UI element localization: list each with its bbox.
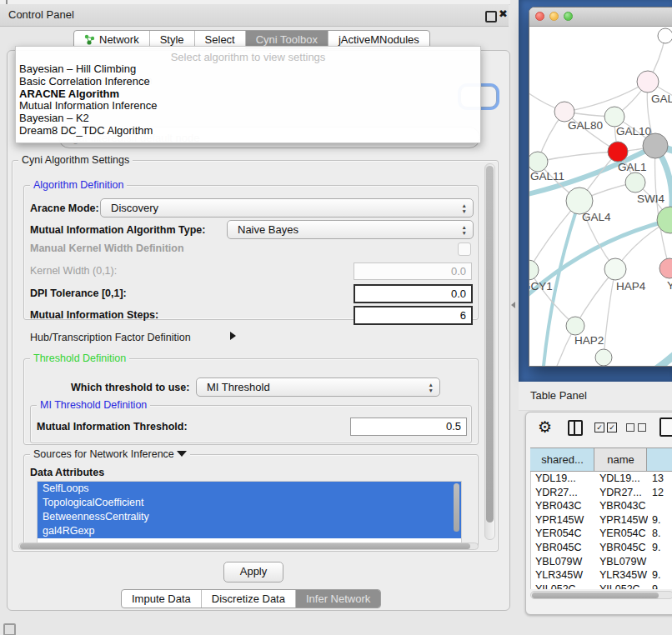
algorithm-option[interactable]: ARACNE Algorithm: [16, 88, 480, 101]
tab-infer-network[interactable]: Infer Network: [296, 590, 380, 608]
attribute-list-item[interactable]: BetweennessCentrality: [38, 510, 461, 524]
attribute-list-item[interactable]: gal4RGexp: [38, 524, 461, 538]
table-cell: 9.: [648, 568, 672, 582]
column-header[interactable]: shared...: [530, 448, 594, 471]
network-node-y[interactable]: [659, 258, 672, 278]
apply-button[interactable]: Apply: [223, 562, 283, 582]
table-row[interactable]: YLR345WYLR345W9.: [531, 568, 672, 582]
table-row[interactable]: YBL079WYBL079W: [531, 555, 672, 569]
mi-threshold-input[interactable]: 0.5: [350, 418, 467, 436]
hub-definition-label[interactable]: Hub/Transcription Factor Definition: [30, 332, 191, 343]
collapse-arrow-icon[interactable]: [177, 451, 187, 457]
algorithm-option[interactable]: Bayesian – K2: [16, 112, 480, 125]
table-row[interactable]: YBR045CYBR045C9.: [531, 541, 672, 555]
column-header[interactable]: name: [594, 448, 647, 471]
unchecked-boxes-icon[interactable]: [626, 423, 646, 432]
table-row[interactable]: YPR145WYPR145W9.: [531, 513, 672, 528]
kernel-width-label: Kernel Width (0,1):: [30, 265, 117, 277]
dock-panel-icon[interactable]: [3, 623, 16, 635]
algorithm-option[interactable]: Dream8 DC_TDC Algorithm: [16, 125, 480, 138]
table-cell: YDL19...: [531, 472, 595, 486]
node-label: SWI4: [637, 192, 664, 205]
algorithm-option[interactable]: Basic Correlation Inference: [16, 76, 480, 88]
table-cell: YLR345W: [595, 568, 648, 582]
aracne-mode-label: Aracne Mode:: [30, 202, 99, 214]
algorithm-popup-placeholder: Select algorithm to view settings: [16, 51, 480, 63]
settings-horizontal-scrollbar-thumb[interactable]: [20, 543, 470, 549]
tab-label: Network: [99, 33, 139, 46]
table-header-row: shared...nameA: [530, 448, 672, 472]
table-panel-titlebar: Table Panel: [519, 382, 672, 411]
algorithm-option[interactable]: Mutual Information Inference: [16, 100, 480, 112]
network-node-gal1[interactable]: [608, 142, 628, 162]
collapse-panel-arrow-icon[interactable]: [511, 302, 515, 308]
network-node-gal10[interactable]: [604, 107, 624, 127]
network-edge[interactable]: [604, 269, 615, 358]
control-panel-title: Control Panel: [8, 8, 74, 21]
network-edge[interactable]: [538, 152, 618, 162]
network-node-bottom-node[interactable]: [595, 349, 612, 366]
network-node-swi4[interactable]: [625, 172, 645, 192]
network-edge[interactable]: [564, 82, 648, 112]
network-node-hap4[interactable]: [604, 258, 626, 280]
tab-discretize-data[interactable]: Discretize Data: [202, 590, 296, 608]
table-cell: 9.: [648, 541, 672, 555]
attribute-list-item[interactable]: SelfLoops: [38, 482, 461, 496]
table-cell: YLR345W: [531, 568, 595, 582]
mi-algorithm-type-combo[interactable]: Naive Bayes ▲▼: [227, 220, 474, 239]
table-row[interactable]: YDR27...YDR27...12: [531, 486, 672, 500]
dpi-tolerance-input[interactable]: 0.0: [354, 284, 473, 303]
page-icon[interactable]: [659, 418, 672, 437]
which-threshold-combo[interactable]: MI Threshold ▲▼: [196, 378, 440, 397]
minimize-window-icon[interactable]: [549, 12, 559, 21]
network-node-gal[interactable]: [637, 71, 659, 92]
network-node-hap2[interactable]: [566, 317, 584, 335]
network-node-edge-node[interactable]: [658, 28, 672, 43]
network-canvas[interactable]: GALGAL80GAL10GAL1GAL11SWI4GAL4GCY1HAP4YH…: [529, 26, 672, 367]
tab-impute-data[interactable]: Impute Data: [122, 590, 202, 608]
kernel-width-input[interactable]: 0.0: [354, 262, 472, 280]
stepper-arrows-icon: ▲▼: [429, 382, 434, 393]
close-panel-button[interactable]: ✖: [499, 8, 508, 20]
table-cell: YBR043C: [531, 499, 595, 513]
expand-arrow-icon[interactable]: [230, 332, 236, 340]
column-header[interactable]: A: [647, 448, 672, 471]
settings-vertical-scrollbar-thumb[interactable]: [486, 166, 494, 522]
network-edge-thick[interactable]: [625, 338, 672, 367]
aracne-mode-combo[interactable]: Discovery ▲▼: [100, 198, 474, 218]
mi-steps-input[interactable]: 6: [354, 306, 473, 325]
node-label: GAL11: [530, 170, 564, 182]
table-row[interactable]: YER054CYER054C8.: [531, 527, 672, 541]
table-horizontal-scrollbar-thumb[interactable]: [532, 592, 659, 598]
data-attributes-list[interactable]: SelfLoopsTopologicalCoefficientBetweenne…: [37, 481, 462, 543]
table-cell: YBL079W: [595, 555, 648, 569]
attribute-list-item[interactable]: TopologicalCoefficient: [38, 496, 461, 510]
network-window[interactable]: GALGAL80GAL10GAL1GAL11SWI4GAL4GCY1HAP4YH…: [529, 7, 672, 367]
checked-boxes-icon[interactable]: ✓✓: [594, 422, 617, 432]
sources-group-title: Sources for Network Inference: [30, 448, 190, 460]
network-node-gcy1[interactable]: [529, 260, 539, 280]
node-label: HAP4: [616, 280, 646, 292]
table-row[interactable]: YDL19...YDL19...13: [531, 472, 672, 486]
close-window-icon[interactable]: [535, 12, 544, 21]
gear-icon[interactable]: ⚙: [538, 419, 552, 435]
tab-label: Select: [205, 33, 235, 46]
table-cell: 9.: [648, 513, 672, 528]
float-panel-button[interactable]: [485, 11, 497, 22]
manual-kernel-checkbox[interactable]: [458, 242, 471, 256]
table-cell: YBL079W: [531, 555, 595, 569]
network-node-green-right[interactable]: [657, 207, 672, 233]
node-label: GAL10: [616, 125, 651, 138]
algorithm-option[interactable]: Bayesian – Hill Climbing: [16, 63, 480, 76]
table-row[interactable]: YIL052CYIL052C9: [531, 582, 672, 589]
network-node-gray-node[interactable]: [643, 133, 668, 158]
columns-icon[interactable]: [568, 420, 583, 436]
tab-label: jActiveMNodules: [339, 33, 419, 46]
attributes-list-scrollbar[interactable]: [454, 483, 459, 532]
zoom-window-icon[interactable]: [564, 12, 573, 21]
network-node-gal11[interactable]: [529, 152, 548, 172]
network-icon: [84, 34, 95, 45]
which-threshold-value: MI Threshold: [207, 381, 270, 393]
table-cell: YIL052C: [595, 582, 648, 589]
table-row[interactable]: YBR043CYBR043C: [531, 499, 672, 513]
